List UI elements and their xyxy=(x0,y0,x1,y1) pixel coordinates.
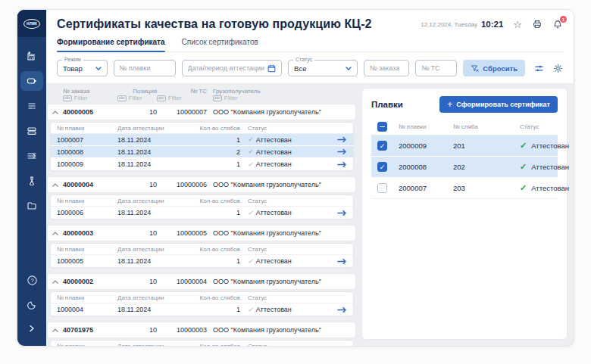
sidebar-expand-button[interactable] xyxy=(22,320,42,337)
select-all-checkbox[interactable] xyxy=(377,122,387,132)
collapse-caret-icon[interactable] xyxy=(48,328,63,332)
open-row-button[interactable] xyxy=(330,136,353,143)
order-group-header[interactable]: 40000005 10 10000007 ООО "Компания грузо… xyxy=(48,104,355,120)
attestation-date-input[interactable] xyxy=(188,64,268,72)
attestation-date-field[interactable] xyxy=(182,60,283,76)
collapse-caret-icon[interactable] xyxy=(48,232,63,235)
column-melt-number: № плавки xyxy=(57,125,117,132)
order-tc-number: 10000003 xyxy=(157,326,207,334)
order-recipient: ООО "Компания грузополучатель" xyxy=(207,326,355,334)
melt-number-input[interactable] xyxy=(120,64,170,72)
attestation-date: 18.11.2024 xyxy=(117,136,193,144)
print-button[interactable] xyxy=(532,19,543,30)
sidebar-item-program[interactable] xyxy=(20,96,43,116)
tc-number-field[interactable] xyxy=(415,60,457,76)
column-status: Статус xyxy=(240,125,330,132)
order-group: 40000002 10 10000004 ООО "Компания грузо… xyxy=(48,274,355,316)
order-tc-number: 10000004 xyxy=(157,278,207,285)
attestation-date: 18.11.2024 xyxy=(117,160,193,168)
order-number: 40000005 xyxy=(63,108,117,116)
open-row-button[interactable] xyxy=(330,306,353,313)
sidebar-item-certificates[interactable] xyxy=(20,71,43,91)
sidebar-item-transfer[interactable] xyxy=(20,146,43,166)
order-number-field[interactable] xyxy=(364,60,410,76)
order-number-input[interactable] xyxy=(370,64,404,72)
open-row-button[interactable] xyxy=(330,161,353,168)
sidebar-item-documents[interactable] xyxy=(20,196,43,216)
melt-row[interactable]: 1000006 18.11.2024 1 ✓Аттестован xyxy=(51,207,353,219)
subtable-column-headers: № плавки Дата аттестации Кол-во слябов С… xyxy=(51,341,353,347)
subtable-column-headers: № плавки Дата аттестации Кол-во слябов С… xyxy=(51,292,353,303)
nlmk-logo: НЛМК xyxy=(17,10,46,37)
reset-filters-button[interactable]: Сбросить xyxy=(463,60,525,76)
order-recipient: ООО "Компания грузополучатель" xyxy=(207,278,355,285)
slabs-icon xyxy=(26,125,38,137)
check-icon: ✓ xyxy=(248,306,253,313)
order-tc-number: 10000005 xyxy=(157,229,207,237)
collapse-caret-icon[interactable] xyxy=(48,280,63,284)
order-group-header[interactable]: 40701975 10 10000003 ООО "Компания грузо… xyxy=(48,322,355,338)
melt-row[interactable]: 1000005 18.11.2024 1 ✓Аттестован xyxy=(51,255,353,267)
status-select[interactable]: Статус Все xyxy=(288,60,358,76)
tc-number-input[interactable] xyxy=(421,64,451,72)
table-settings-button[interactable] xyxy=(534,64,544,73)
tab-certificate-list[interactable]: Список сертификатов xyxy=(182,38,258,51)
theme-toggle-button[interactable] xyxy=(22,296,42,313)
column-filter-recipient[interactable]: abcFilter xyxy=(207,95,355,101)
melt-panel-row[interactable]: 2000007 203 ✓Аттестован xyxy=(371,178,558,199)
melts-subtable: № плавки Дата аттестации Кол-во слябов С… xyxy=(50,122,354,171)
column-filter-tc[interactable]: abcFilter xyxy=(157,95,207,101)
mode-select[interactable]: Режим Товар xyxy=(57,60,108,76)
open-row-button[interactable] xyxy=(330,148,353,155)
sidebar-item-slabs[interactable] xyxy=(20,121,43,141)
slab-count: 1 xyxy=(193,136,240,144)
column-slab-count: Кол-во слябов xyxy=(193,198,240,204)
melt-row[interactable]: 1000008 18.11.2024 2 ✓Аттестован xyxy=(51,146,353,158)
order-group-header[interactable]: 40000002 10 10000004 ООО "Компания грузо… xyxy=(48,274,355,289)
favorite-button[interactable]: ☆ xyxy=(513,20,522,30)
text-filter-icon: abc xyxy=(63,95,72,101)
sliders-icon xyxy=(534,64,544,73)
melt-number: 2000007 xyxy=(399,184,453,192)
settings-button[interactable] xyxy=(553,64,563,73)
melt-number-field[interactable] xyxy=(114,60,176,76)
mode-select-value: Товар xyxy=(63,64,83,73)
column-filter-position[interactable]: abcFilter xyxy=(117,95,157,101)
row-checkbox[interactable] xyxy=(377,183,387,193)
plus-icon: + xyxy=(447,100,452,109)
create-certificate-button[interactable]: + Сформировать сертификат xyxy=(439,96,558,113)
row-checkbox[interactable]: ✓ xyxy=(377,162,387,172)
order-number: 40000002 xyxy=(63,278,117,285)
slab-count: 2 xyxy=(193,148,240,156)
order-position: 10 xyxy=(117,278,157,285)
collapse-caret-icon[interactable] xyxy=(48,183,63,187)
open-row-button[interactable] xyxy=(330,258,353,265)
program-icon xyxy=(26,100,38,112)
notifications-button[interactable]: 1 xyxy=(552,19,563,30)
status-label: Аттестован xyxy=(256,257,292,265)
column-status: Статус xyxy=(240,246,330,253)
row-checkbox[interactable]: ✓ xyxy=(377,141,387,151)
column-tc-number: № ТС xyxy=(157,88,207,95)
melt-row[interactable]: 1000009 18.11.2024 1 ✓Аттестован xyxy=(51,158,353,170)
open-row-button[interactable] xyxy=(330,210,353,216)
melts-subtable: № плавки Дата аттестации Кол-во слябов С… xyxy=(50,291,354,316)
melt-panel-row[interactable]: ✓ 2000009 201 ✓Аттестован xyxy=(371,135,558,157)
help-button[interactable]: ? xyxy=(22,272,42,288)
time-label: 10:21 xyxy=(481,20,503,29)
order-group-header[interactable]: 40000004 10 10000006 ООО "Компания грузо… xyxy=(48,177,355,192)
tab-form-certificate[interactable]: Формирование сертификата xyxy=(57,38,165,51)
subtable-column-headers: № плавки Дата аттестации Кол-во слябов С… xyxy=(51,195,353,207)
melt-row[interactable]: 1000007 18.11.2024 1 ✓Аттестован xyxy=(51,134,353,146)
sidebar-bottom: ? xyxy=(22,272,42,346)
order-group-header[interactable]: 40000003 10 10000005 ООО "Компания грузо… xyxy=(48,226,355,241)
notification-badge: 1 xyxy=(560,16,567,23)
order-position: 10 xyxy=(117,108,157,116)
melt-row[interactable]: 1000004 18.11.2024 1 ✓Аттестован xyxy=(51,303,353,316)
melt-panel-row[interactable]: ✓ 2000008 202 ✓Аттестован xyxy=(371,157,558,178)
collapse-caret-icon[interactable] xyxy=(48,110,63,114)
column-slab-number: № сляба xyxy=(453,123,520,130)
column-filter-order[interactable]: abcFilter xyxy=(63,95,117,101)
sidebar-item-lab[interactable] xyxy=(20,171,43,191)
sidebar-item-factory[interactable] xyxy=(20,46,43,66)
